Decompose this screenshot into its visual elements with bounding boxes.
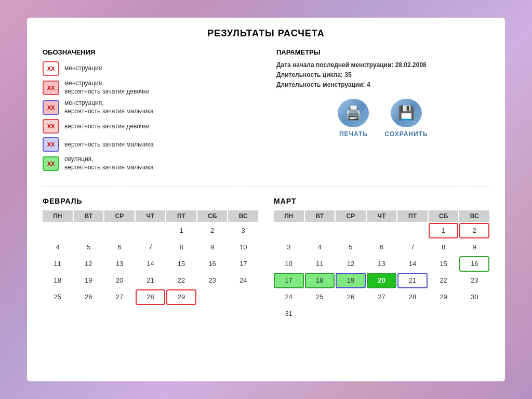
- legend-box-6: ХХ: [43, 156, 59, 171]
- mar-cell-7: 7: [397, 240, 428, 255]
- legend-text-4: вероятность зачатия девочки: [64, 123, 150, 131]
- mar-header-sat: СБ: [429, 210, 459, 222]
- param-label-1: Дата начала последней менструации:: [276, 61, 393, 69]
- feb-header-thu: ЧТ: [136, 210, 166, 222]
- save-label: СОХРАНИТЬ: [384, 130, 428, 138]
- feb-header-sun: ВС: [228, 210, 258, 222]
- mar-cell-17: 17: [274, 273, 304, 288]
- feb-cell-4: 4: [43, 240, 73, 255]
- feb-header-sat: СБ: [197, 210, 228, 222]
- mar-cell-28: 28: [397, 289, 428, 305]
- feb-cell-12: 12: [74, 256, 104, 272]
- feb-cell-empty-2: [74, 223, 104, 238]
- feb-cell-24: 24: [228, 273, 258, 288]
- mar-header-tue: ВТ: [305, 210, 335, 222]
- feb-cell-empty-3: [104, 223, 135, 238]
- param-value-3: 4: [367, 81, 370, 88]
- feb-cell-22: 22: [166, 273, 196, 288]
- param-value-1: 28.02.2008: [395, 61, 427, 69]
- feb-cell-27: 27: [104, 289, 135, 305]
- mar-cell-13: 13: [367, 256, 397, 272]
- mar-cell-6: 6: [367, 240, 397, 255]
- march-grid: ПН ВТ СР ЧТ ПТ СБ ВС 1 2 3 4 5 6: [274, 210, 489, 322]
- save-button[interactable]: 💾 СОХРАНИТЬ: [384, 99, 428, 138]
- legend-box-3: ХХ: [43, 100, 59, 115]
- params-section: ПАРАМЕТРЫ Дата начала последней менструа…: [276, 48, 489, 176]
- page-title: РЕЗУЛЬТАТЫ РАСЧЕТА: [43, 28, 489, 39]
- legend-item-2: ХХ менструация,вероятность зачатия девоч…: [43, 79, 256, 96]
- feb-cell-7: 7: [136, 240, 166, 255]
- legend-text-1: менструация: [64, 64, 102, 73]
- feb-cell-empty-5: [197, 289, 228, 305]
- february-calendar: ФЕВРАЛЬ ПН ВТ СР ЧТ ПТ СБ ВС 1 2 3 4 5: [43, 197, 258, 322]
- mar-header-sun: ВС: [459, 210, 489, 222]
- legend-text-2: менструация,вероятность зачатия девочки: [64, 79, 150, 96]
- legend-title: ОБОЗНАЧЕНИЯ: [43, 48, 256, 56]
- mar-cell-empty-5: [397, 223, 428, 238]
- top-section: ОБОЗНАЧЕНИЯ ХХ менструация ХХ менструаци…: [43, 48, 489, 187]
- feb-cell-empty-4: [136, 223, 166, 238]
- param-last-menstruation: Дата начала последней менструации: 28.02…: [276, 61, 489, 69]
- save-icon: 💾: [391, 99, 422, 127]
- mar-cell-8: 8: [429, 240, 459, 255]
- mar-cell-31: 31: [274, 306, 304, 322]
- legend-box-5: ХХ: [43, 137, 59, 152]
- print-button[interactable]: 🖨️ ПЕЧАТЬ: [338, 99, 369, 138]
- mar-cell-10: 10: [274, 256, 304, 272]
- feb-cell-18: 18: [43, 273, 73, 288]
- mar-cell-5: 5: [336, 240, 366, 255]
- mar-cell-empty-6: [305, 306, 335, 322]
- february-title: ФЕВРАЛЬ: [43, 197, 258, 205]
- feb-header-tue: ВТ: [74, 210, 104, 222]
- mar-cell-29: 29: [429, 289, 459, 305]
- params-title: ПАРАМЕТРЫ: [276, 48, 489, 56]
- march-title: МАРТ: [274, 197, 489, 205]
- param-cycle-length: Длительность цикла: 35: [276, 71, 489, 78]
- mar-cell-empty-8: [367, 306, 397, 322]
- feb-cell-10: 10: [228, 240, 258, 255]
- param-value-2: 35: [344, 71, 351, 78]
- feb-cell-5: 5: [74, 240, 104, 255]
- mar-cell-26: 26: [336, 289, 366, 305]
- main-card: РЕЗУЛЬТАТЫ РАСЧЕТА ОБОЗНАЧЕНИЯ ХХ менстр…: [27, 18, 505, 381]
- feb-header-mon: ПН: [43, 210, 73, 222]
- feb-cell-17: 17: [228, 256, 258, 272]
- print-label: ПЕЧАТЬ: [339, 130, 368, 138]
- feb-cell-3: 3: [228, 223, 258, 238]
- mar-cell-16: 16: [459, 256, 489, 272]
- mar-header-thu: ЧТ: [367, 210, 397, 222]
- mar-cell-24: 24: [274, 289, 304, 305]
- feb-cell-8: 8: [166, 240, 196, 255]
- mar-cell-empty-3: [336, 223, 366, 238]
- mar-cell-19: 19: [336, 273, 366, 288]
- mar-cell-18: 18: [305, 273, 335, 288]
- legend-text-3: менструация,вероятность зачатия мальчика: [64, 99, 154, 115]
- feb-cell-23: 23: [197, 273, 228, 288]
- calendars-section: ФЕВРАЛЬ ПН ВТ СР ЧТ ПТ СБ ВС 1 2 3 4 5: [43, 197, 489, 322]
- mar-cell-empty-4: [367, 223, 397, 238]
- feb-cell-26: 26: [74, 289, 104, 305]
- mar-cell-20: 20: [367, 273, 397, 288]
- feb-cell-empty-6: [228, 289, 258, 305]
- mar-cell-3: 3: [274, 240, 304, 255]
- mar-cell-27: 27: [367, 289, 397, 305]
- mar-cell-2: 2: [459, 223, 489, 238]
- feb-header-wed: СР: [104, 210, 135, 222]
- legend-box-4: ХХ: [43, 119, 59, 134]
- feb-cell-11: 11: [43, 256, 73, 272]
- legend-text-6: овуляция,вероятность зачатия мальчика: [64, 155, 154, 171]
- mar-cell-12: 12: [336, 256, 366, 272]
- param-label-2: Длительность цикла:: [276, 71, 343, 78]
- feb-cell-14: 14: [136, 256, 166, 272]
- action-buttons: 🖨️ ПЕЧАТЬ 💾 СОХРАНИТЬ: [276, 99, 489, 138]
- feb-cell-6: 6: [104, 240, 135, 255]
- mar-header-mon: ПН: [274, 210, 304, 222]
- legend-box-1: ХХ: [43, 61, 59, 76]
- mar-cell-25: 25: [305, 289, 335, 305]
- mar-cell-empty-7: [336, 306, 366, 322]
- legend-item-4: ХХ вероятность зачатия девочки: [43, 119, 256, 134]
- mar-cell-empty-2: [305, 223, 335, 238]
- feb-cell-21: 21: [136, 273, 166, 288]
- mar-header-fri: ПТ: [397, 210, 428, 222]
- legend-item-3: ХХ менструация,вероятность зачатия мальч…: [43, 99, 256, 115]
